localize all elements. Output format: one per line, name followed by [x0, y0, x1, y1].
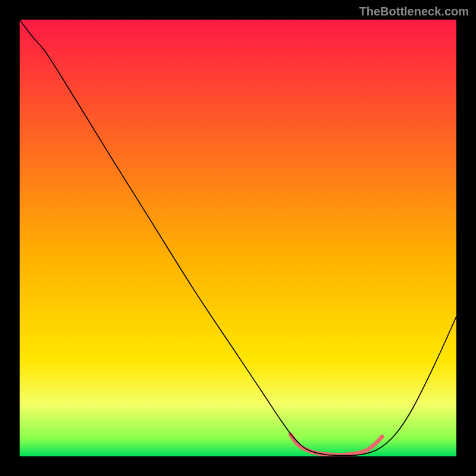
- plot-area: [20, 20, 456, 456]
- watermark-text: TheBottleneck.com: [359, 5, 469, 18]
- chart-svg: [20, 20, 456, 456]
- chart-container: TheBottleneck.com: [0, 0, 476, 476]
- gradient-background: [20, 20, 456, 456]
